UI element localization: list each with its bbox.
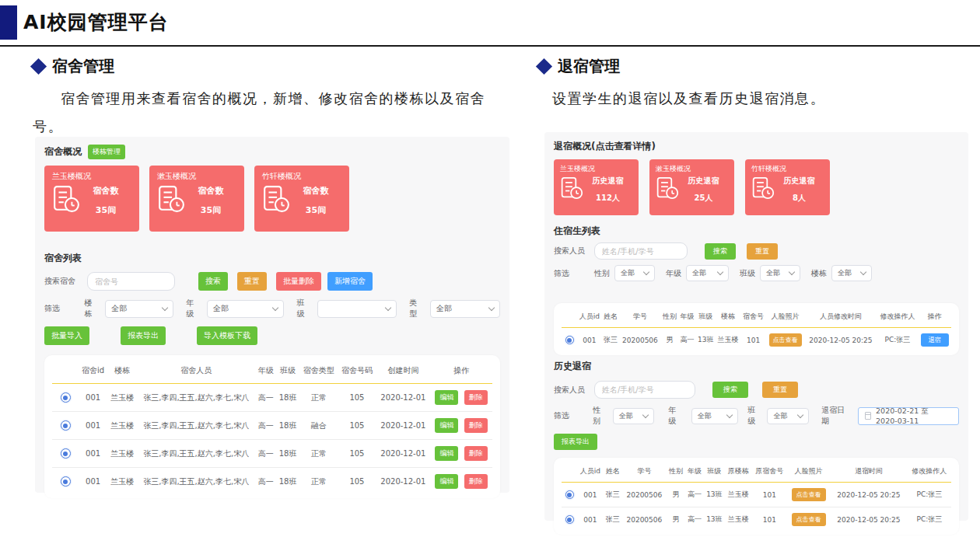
card-stat-value: 25人 bbox=[679, 193, 728, 204]
search-button[interactable]: 搜索 bbox=[198, 272, 228, 291]
search-button[interactable]: 搜索 bbox=[712, 382, 748, 398]
table-cell: 正常 bbox=[299, 468, 338, 496]
reset-button[interactable]: 重置 bbox=[237, 272, 267, 291]
column-header: 退宿时间 bbox=[830, 461, 908, 483]
checkout-card-shuyu[interactable]: 漱玉楼概况 历史退宿 25人 bbox=[649, 159, 734, 215]
grade-filter-label: 年级 bbox=[186, 298, 201, 319]
grade-filter-label: 年级 bbox=[668, 405, 683, 427]
card-stat-label: 宿舍数 bbox=[185, 185, 236, 197]
reset-button[interactable]: 重置 bbox=[762, 382, 798, 398]
select-value: 全部 bbox=[111, 303, 127, 314]
filter-label: 筛选 bbox=[554, 268, 594, 279]
reset-button[interactable]: 重置 bbox=[747, 243, 778, 260]
document-clock-icon bbox=[656, 176, 679, 203]
search-dorm-label: 搜索宿舍 bbox=[44, 276, 87, 287]
table-cell: 兰玉楼 bbox=[725, 507, 752, 532]
column-header: 性别 bbox=[667, 461, 685, 483]
resident-search-input[interactable] bbox=[594, 242, 688, 260]
column-header bbox=[562, 306, 577, 328]
chevron-down-icon bbox=[488, 304, 495, 310]
chevron-down-icon bbox=[717, 269, 723, 275]
type-filter-select[interactable]: 全部 bbox=[430, 300, 500, 318]
dorm-search-input[interactable] bbox=[87, 272, 175, 291]
class-filter-select[interactable]: 全部 bbox=[760, 265, 800, 281]
edit-button[interactable]: 编辑 bbox=[435, 446, 458, 461]
building-manage-button[interactable]: 楼栋管理 bbox=[88, 145, 125, 159]
section-title: 退宿管理 bbox=[558, 56, 620, 77]
table-row: 001 张三 20200506 男 高一 13班 兰玉楼 101 点击查看 20… bbox=[562, 483, 951, 507]
history-table-card: 人员id 姓名 学号 性别 年级 班级 原楼栋 原宿舍号 人脸照片 退宿时间 修… bbox=[554, 458, 959, 535]
gender-filter-select[interactable]: 全部 bbox=[614, 265, 655, 281]
add-dorm-button[interactable]: 新增宿舍 bbox=[327, 272, 373, 291]
select-value: 全部 bbox=[698, 411, 712, 421]
table-cell: 张三,李四,王五,赵六,李七,宋八 bbox=[137, 440, 255, 468]
table-cell: 高一 bbox=[678, 328, 695, 353]
building-filter-select[interactable]: 全部 bbox=[105, 300, 173, 318]
report-export-button[interactable]: 报表导出 bbox=[554, 434, 597, 450]
table-cell: 高一 bbox=[685, 483, 704, 507]
residents-table-card: 人员id 姓名 学号 性别 年级 班级 楼栋 宿舍号 人脸照片 人员修改时间 修… bbox=[554, 303, 959, 355]
chevron-down-icon bbox=[272, 304, 278, 310]
card-stat-value: 35间 bbox=[290, 204, 341, 216]
report-export-button[interactable]: 报表导出 bbox=[121, 326, 166, 345]
column-header: 人脸照片 bbox=[766, 306, 804, 328]
radio-selected-icon[interactable] bbox=[565, 336, 574, 344]
search-button[interactable]: 搜索 bbox=[705, 243, 736, 260]
select-value: 全部 bbox=[838, 268, 852, 278]
checkout-button[interactable]: 退宿 bbox=[921, 333, 949, 347]
column-header: 人员修改时间 bbox=[804, 306, 877, 328]
edit-button[interactable]: 编辑 bbox=[435, 390, 458, 405]
table-cell: 101 bbox=[752, 483, 788, 507]
chevron-down-icon bbox=[860, 269, 866, 275]
column-header: 宿舍类型 bbox=[299, 358, 338, 384]
checkout-card-lanyu[interactable]: 兰玉楼概况 历史退宿 112人 bbox=[554, 159, 639, 215]
radio-selected-icon[interactable] bbox=[61, 392, 71, 403]
dorm-card-zhuxuan[interactable]: 竹轩楼概况 宿舍数 35间 bbox=[254, 166, 349, 232]
radio-selected-icon[interactable] bbox=[565, 490, 574, 499]
table-cell: 105 bbox=[338, 412, 376, 440]
chevron-down-icon bbox=[643, 269, 649, 275]
delete-button[interactable]: 删除 bbox=[464, 390, 488, 405]
table-cell: 001 bbox=[577, 483, 604, 507]
view-photo-button[interactable]: 点击查看 bbox=[792, 488, 826, 501]
table-cell: 张三 bbox=[604, 483, 622, 507]
table-cell: 男 bbox=[661, 328, 678, 353]
history-search-input[interactable] bbox=[594, 381, 695, 399]
dorm-card-lanyu[interactable]: 兰玉楼概况 宿舍数 35间 bbox=[44, 166, 139, 232]
class-filter-select[interactable] bbox=[317, 300, 397, 318]
delete-button[interactable]: 删除 bbox=[464, 474, 488, 489]
radio-selected-icon[interactable] bbox=[61, 476, 71, 486]
column-header bbox=[52, 358, 79, 384]
gender-filter-select[interactable]: 全部 bbox=[613, 408, 655, 424]
column-header: 人员id bbox=[577, 461, 604, 483]
radio-selected-icon[interactable] bbox=[61, 420, 71, 431]
edit-button[interactable]: 编辑 bbox=[435, 418, 458, 433]
chevron-down-icon bbox=[385, 304, 391, 310]
table-cell: 001 bbox=[577, 507, 604, 532]
grade-filter-select[interactable]: 全部 bbox=[691, 408, 738, 424]
table-cell: 兰玉楼 bbox=[107, 440, 137, 468]
grade-filter-select[interactable]: 全部 bbox=[207, 300, 284, 318]
grade-filter-select[interactable]: 全部 bbox=[686, 265, 729, 281]
delete-button[interactable]: 删除 bbox=[464, 446, 488, 461]
card-stat-label: 宿舍数 bbox=[290, 185, 341, 197]
checkout-card-zhuxuan[interactable]: 竹轩楼概况 历史退宿 8人 bbox=[745, 159, 830, 215]
view-photo-button[interactable]: 点击查看 bbox=[769, 333, 802, 347]
radio-selected-icon[interactable] bbox=[565, 515, 574, 524]
template-download-button[interactable]: 导入模板下载 bbox=[197, 326, 257, 345]
card-stat-value: 8人 bbox=[775, 193, 824, 204]
delete-button[interactable]: 删除 bbox=[464, 418, 488, 433]
class-filter-select[interactable]: 全部 bbox=[767, 408, 809, 424]
batch-import-button[interactable]: 批量导入 bbox=[44, 326, 89, 345]
dorm-panel: 宿舍概况 楼栋管理 兰玉楼概况 宿舍数 35间 漱玉楼概况 bbox=[35, 137, 509, 493]
checkout-date-range-input[interactable]: 2020-02-21 至 2020-03-11 bbox=[858, 407, 959, 425]
view-photo-button[interactable]: 点击查看 bbox=[792, 513, 826, 526]
section-title: 宿舍管理 bbox=[52, 56, 114, 77]
radio-selected-icon[interactable] bbox=[61, 448, 71, 459]
batch-delete-button[interactable]: 批量删除 bbox=[276, 272, 321, 291]
dorm-card-shuyu[interactable]: 漱玉楼概况 宿舍数 35间 bbox=[149, 166, 244, 232]
column-header: 楼栋 bbox=[107, 358, 137, 384]
table-cell: 高一 bbox=[685, 507, 704, 532]
building-filter-select[interactable]: 全部 bbox=[831, 265, 872, 281]
edit-button[interactable]: 编辑 bbox=[435, 474, 458, 489]
